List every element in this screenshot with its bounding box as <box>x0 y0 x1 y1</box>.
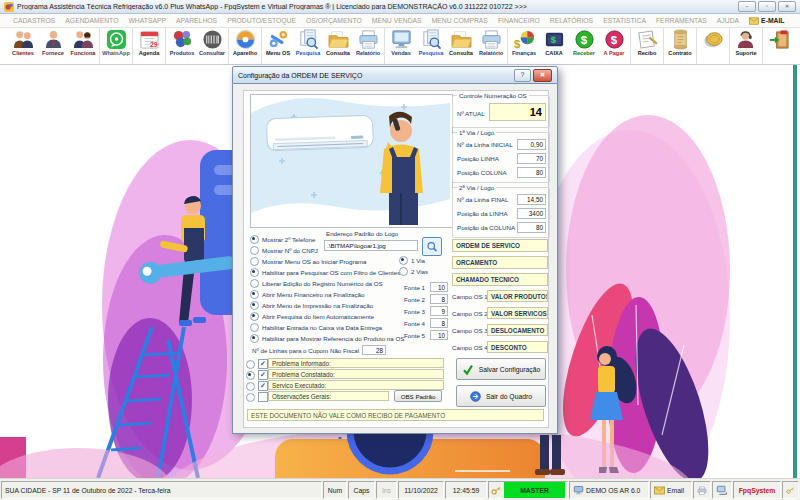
toolbar-button-sair[interactable] <box>764 28 794 64</box>
status-email[interactable]: Email <box>650 481 692 499</box>
servico-executado-field[interactable]: Servico Executado: <box>268 380 444 390</box>
problema-constatado-field[interactable]: Problema Constatado: <box>268 369 444 379</box>
radio-icon[interactable] <box>399 256 408 265</box>
toolbar-button-vendas[interactable]: Vendas <box>386 28 416 64</box>
section-servico-executado[interactable] <box>246 381 268 391</box>
radio-icon[interactable] <box>246 382 255 391</box>
fonte-1-field[interactable]: 10 <box>430 282 448 292</box>
campo-os-3-field[interactable]: DESLOCAMENTO <box>487 324 548 336</box>
cupom-linhas-field[interactable]: 28 <box>362 345 386 355</box>
posicao-linha-field[interactable]: 70 <box>517 153 546 164</box>
radio-icon[interactable] <box>250 257 259 266</box>
titulo-ordem-servico-field[interactable]: ORDEM DE SERVICO <box>452 239 548 252</box>
radio-1-via[interactable]: 1 Via <box>399 256 425 265</box>
option-menu-impressao[interactable]: Abrir Menu de Impressão na Finalização <box>250 301 373 310</box>
radio-2-vias[interactable]: 2 Vias <box>399 267 428 276</box>
menu-item-agendamento[interactable]: AGENDAMENTO <box>60 17 123 24</box>
minimize-button[interactable]: – <box>738 1 756 12</box>
radio-icon[interactable] <box>250 301 259 310</box>
sair-do-quadro-button[interactable]: Sair do Quadro <box>456 385 546 407</box>
menu-item-ajuda[interactable]: AJUDA <box>712 17 744 24</box>
option-menu-financeiro[interactable]: Abrir Menu Financeiro na Finalização <box>250 290 365 299</box>
posicao-coluna2-field[interactable]: 80 <box>517 222 546 233</box>
toolbar-button-contrato[interactable]: Contrato <box>665 28 695 64</box>
checkbox-icon[interactable] <box>258 359 268 369</box>
salvar-configuracao-button[interactable]: Salvar Configuração <box>456 358 546 380</box>
fonte-5-field[interactable]: 10 <box>430 330 448 340</box>
close-button[interactable]: ✕ <box>778 1 796 12</box>
toolbar-button-suporte[interactable]: Suporte <box>731 28 761 64</box>
linha-final-field[interactable]: 14,50 <box>517 194 546 205</box>
menu-item-financeiro[interactable]: FINANCEIRO <box>493 17 545 24</box>
radio-icon[interactable] <box>246 371 255 380</box>
status-network[interactable] <box>712 481 732 499</box>
menu-item-os-orcamento[interactable]: OS/ORÇAMENTO <box>301 17 367 24</box>
toolbar-button-pesquisa-os[interactable]: Pesquisa <box>293 28 323 64</box>
fonte-2-field[interactable]: 8 <box>430 294 448 304</box>
option-mostrar-2-telefone[interactable]: Mostrar 2º Telefone <box>250 235 315 244</box>
radio-icon[interactable] <box>250 268 259 277</box>
toolbar-button-recibo[interactable]: Recibo <box>632 28 662 64</box>
menu-item-cadastros[interactable]: CADASTROS <box>8 17 60 24</box>
radio-icon[interactable] <box>399 267 408 276</box>
toolbar-button-aparelho[interactable]: Aparelho <box>230 28 260 64</box>
option-mostrar-cnpj[interactable]: Mostrar Nº do CNPJ <box>250 246 318 255</box>
menu-item-aparelhos[interactable]: APARELHOS <box>171 17 222 24</box>
problema-informado-field[interactable]: Problema Informado: <box>268 358 444 368</box>
toolbar-button-caixa[interactable]: CAIXA <box>539 28 569 64</box>
radio-icon[interactable] <box>250 334 259 343</box>
option-pesquisar-filtro-clientes[interactable]: Habilitar para Pesquisar OS com Filtro d… <box>250 268 400 277</box>
obs-padrao-button[interactable]: OBS Padrão <box>394 390 442 402</box>
menu-item-whatsapp[interactable]: WHATSAPP <box>123 17 171 24</box>
toolbar-button-relatorio-vendas[interactable]: Relatório <box>476 28 506 64</box>
campo-os-4-field[interactable]: DESCONTO <box>487 341 548 353</box>
toolbar-button-agenda[interactable]: Agenda <box>134 28 164 64</box>
dialog-close-button[interactable]: ✕ <box>533 69 552 82</box>
menu-item-menu-compras[interactable]: MENU COMPRAS <box>427 17 493 24</box>
menu-item-estatistica[interactable]: ESTATISTICA <box>598 17 651 24</box>
radio-icon[interactable] <box>250 235 259 244</box>
menu-item-menu-vendas[interactable]: MENU VENDAS <box>367 17 427 24</box>
section-problema-constatado[interactable] <box>246 370 268 380</box>
option-entrada-caixa-data[interactable]: Habilitar Entrada no Caixa via Data Entr… <box>250 323 382 332</box>
dialog-titlebar[interactable]: Configuração da ORDEM DE SERVIÇO ? ✕ <box>232 66 558 84</box>
menu-item-relatorios[interactable]: RELATÓRIOS <box>545 17 598 24</box>
option-mostrar-menu-os[interactable]: Mostrar Menu OS ao Iniciar Programa <box>250 257 367 266</box>
logo-path-field[interactable]: .\BITMAP\logoar1.jpg <box>324 240 418 251</box>
titulo-orcamento-field[interactable]: ORCAMENTO <box>452 256 548 269</box>
fonte-4-field[interactable]: 8 <box>430 318 448 328</box>
radio-icon[interactable] <box>250 312 259 321</box>
toolbar-button-a-pagar[interactable]: A Pagar <box>599 28 629 64</box>
section-problema-informado[interactable] <box>246 359 268 369</box>
radio-icon[interactable] <box>246 393 255 402</box>
checkbox-icon[interactable] <box>258 392 268 402</box>
option-referencia-produto[interactable]: Habilitar para Mostrar Referencia do Pro… <box>250 334 404 343</box>
posicao-coluna-field[interactable]: 80 <box>517 167 546 178</box>
campo-os-2-field[interactable]: VALOR SERVICOS <box>487 307 548 319</box>
toolbar-button-moeda[interactable] <box>698 28 728 64</box>
posicao-linha2-field[interactable]: 3400 <box>517 208 546 219</box>
option-liberar-edicao-registro[interactable]: Liberar Edição do Registro Numérico da O… <box>250 279 383 288</box>
numero-atual-field[interactable]: 14 <box>489 103 546 121</box>
toolbar-button-consulta-os[interactable]: Consulta <box>323 28 353 64</box>
toolbar-button-whatsapp[interactable]: WhatsApp <box>101 28 131 64</box>
radio-icon[interactable] <box>246 360 255 369</box>
checkbox-icon[interactable] <box>258 370 268 380</box>
linha-inicial-field[interactable]: 0,90 <box>517 139 546 150</box>
toolbar-button-financas[interactable]: Finanças <box>509 28 539 64</box>
toolbar-button-fornecedor[interactable]: Fornece <box>38 28 68 64</box>
toolbar-button-receber[interactable]: Receber <box>569 28 599 64</box>
toolbar-button-relatorio-os[interactable]: Relatório <box>353 28 383 64</box>
toolbar-button-consulta-vendas[interactable]: Consulta <box>446 28 476 64</box>
toolbar-button-clientes[interactable]: Clientes <box>8 28 38 64</box>
campo-os-1-field[interactable]: VALOR PRODUTOS <box>487 290 548 302</box>
radio-icon[interactable] <box>250 323 259 332</box>
browse-logo-button[interactable] <box>422 237 442 256</box>
section-observacoes-gerais[interactable] <box>246 392 268 402</box>
toolbar-button-consultar-produto[interactable]: Consultar <box>197 28 227 64</box>
toolbar-button-produtos[interactable]: Produtos <box>167 28 197 64</box>
radio-icon[interactable] <box>250 279 259 288</box>
menu-item-email[interactable]: E-MAIL <box>744 17 789 25</box>
menu-item-produto-estoque[interactable]: PRODUTO/ESTOQUE <box>222 17 301 24</box>
dialog-help-button[interactable]: ? <box>514 69 531 82</box>
